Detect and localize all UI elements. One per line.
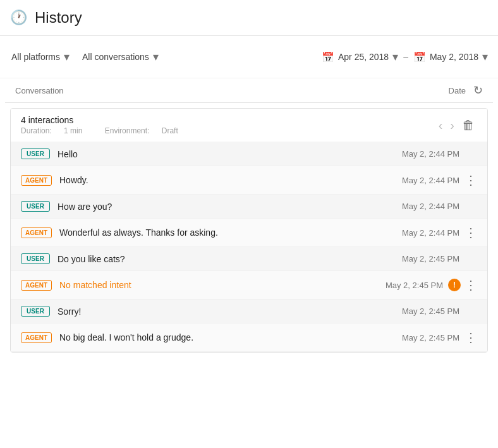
group-info: 4 interactions Duration: 1 min Environme… [21, 115, 436, 135]
date-from-chevron-icon: ▾ [392, 50, 398, 64]
date-to-chevron-icon: ▾ [482, 50, 488, 64]
message-date: May 2, 2:44 PM [402, 228, 459, 238]
date-separator: – [403, 52, 408, 62]
group-duration: Duration: 1 min [21, 126, 95, 135]
role-badge-agent: AGENT [21, 332, 52, 343]
message-row: USERHow are you?May 2, 2:44 PM [11, 195, 487, 219]
conversation-table: 4 interactions Duration: 1 min Environme… [10, 108, 488, 353]
next-button[interactable]: › [447, 116, 457, 134]
group-meta: Duration: 1 min Environment: Draft [21, 126, 436, 135]
message-row: AGENTHowdy.May 2, 2:44 PM⋮ [11, 166, 487, 195]
group-environment: Environment: Draft [105, 126, 188, 135]
group-header: 4 interactions Duration: 1 min Environme… [11, 109, 487, 142]
message-date: May 2, 2:45 PM [402, 333, 459, 342]
message-date: May 2, 2:44 PM [402, 149, 459, 159]
message-row: USERHelloMay 2, 2:44 PM [11, 142, 487, 166]
message-row: USERSorry!May 2, 2:45 PM [11, 300, 487, 324]
col-date-header: Date [449, 86, 466, 95]
message-row: AGENTNo big deal. I won't hold a grudge.… [11, 324, 487, 352]
refresh-icon[interactable]: ↻ [473, 83, 483, 97]
delete-button[interactable]: 🗑 [459, 116, 477, 135]
role-badge-user: USER [21, 306, 50, 317]
message-text: Hello [58, 149, 392, 159]
role-badge-agent: AGENT [21, 175, 52, 186]
message-date: May 2, 2:45 PM [386, 281, 443, 290]
conversation-chevron-icon: ▾ [153, 50, 159, 64]
more-options-icon[interactable]: ⋮ [465, 225, 477, 240]
message-text: No big deal. I won't hold a grudge. [59, 332, 392, 342]
prev-button[interactable]: ‹ [436, 116, 446, 134]
messages-list: USERHelloMay 2, 2:44 PMAGENTHowdy.May 2,… [11, 142, 487, 352]
platform-chevron-icon: ▾ [64, 50, 70, 64]
message-row: AGENTWonderful as always. Thanks for ask… [11, 219, 487, 247]
date-to-label: May 2, 2018 [430, 52, 478, 62]
role-badge-user: USER [21, 253, 50, 264]
date-range-selector: 📅 Apr 25, 2018 ▾ – 📅 May 2, 2018 ▾ [322, 50, 488, 64]
table-header: Conversation Date ↻ [5, 78, 493, 103]
message-date: May 2, 2:45 PM [402, 254, 459, 263]
message-row: AGENTNo matched intentMay 2, 2:45 PM!⋮ [11, 271, 487, 300]
warning-icon: ! [448, 279, 461, 291]
role-badge-agent: AGENT [21, 280, 52, 291]
conversation-label: All conversations [82, 52, 149, 62]
main-content: Conversation Date ↻ 4 interactions Durat… [0, 78, 498, 353]
date-from-label: Apr 25, 2018 [338, 52, 389, 62]
message-row: USERDo you like cats?May 2, 2:45 PM [11, 247, 487, 271]
message-date: May 2, 2:44 PM [402, 202, 459, 211]
group-actions: ‹ › 🗑 [436, 116, 477, 135]
group-title: 4 interactions [21, 115, 436, 125]
message-text: No matched intent [59, 280, 375, 290]
message-text: Sorry! [58, 306, 392, 317]
message-date: May 2, 2:44 PM [402, 176, 459, 185]
platform-label: All platforms [11, 52, 60, 62]
message-text: Howdy. [59, 175, 392, 185]
message-text: How are you? [58, 202, 392, 212]
more-options-icon[interactable]: ⋮ [465, 277, 477, 293]
more-options-icon[interactable]: ⋮ [465, 330, 477, 345]
role-badge-user: USER [21, 201, 50, 212]
date-to-button[interactable]: 📅 May 2, 2018 ▾ [413, 50, 488, 64]
calendar-to-icon: 📅 [413, 51, 426, 63]
message-text: Wonderful as always. Thanks for asking. [59, 227, 392, 238]
role-badge-agent: AGENT [21, 227, 52, 238]
filter-bar: All platforms ▾ All conversations ▾ 📅 Ap… [0, 36, 498, 78]
message-text: Do you like cats? [58, 254, 392, 264]
date-from-button[interactable]: 📅 Apr 25, 2018 ▾ [322, 50, 398, 64]
calendar-from-icon: 📅 [322, 51, 334, 63]
more-options-icon[interactable]: ⋮ [465, 173, 477, 188]
history-icon: 🕐 [10, 9, 27, 26]
message-date: May 2, 2:45 PM [402, 306, 459, 316]
page-title: History [35, 9, 82, 27]
conversation-dropdown[interactable]: All conversations ▾ [81, 47, 160, 66]
platform-dropdown[interactable]: All platforms ▾ [10, 47, 71, 66]
role-badge-user: USER [21, 148, 50, 159]
col-conversation-header: Conversation [15, 86, 449, 95]
page-header: 🕐 History [0, 0, 498, 36]
